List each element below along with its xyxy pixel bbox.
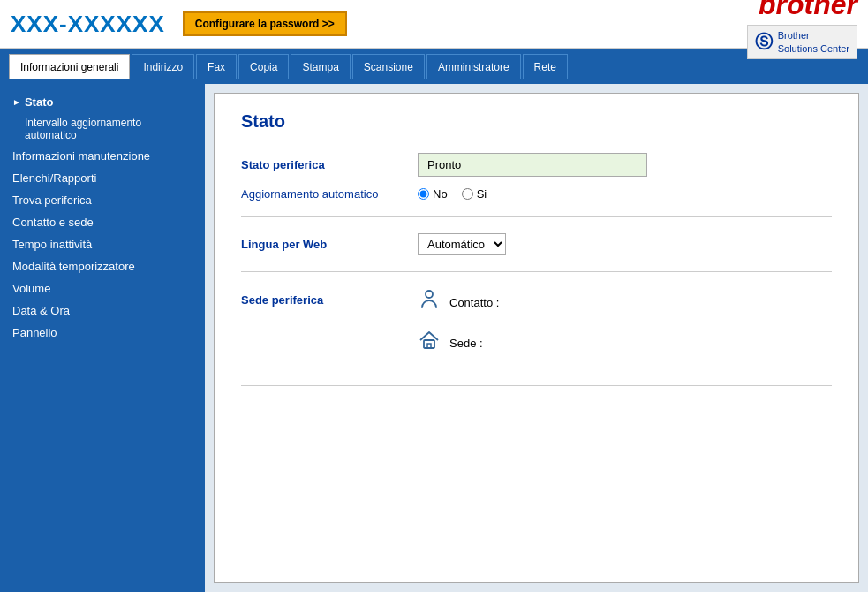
header: XXX-XXXXXX Configurare la password >> br… [0, 0, 868, 49]
aggiornamento-row: Aggiornamento automatico No Si [241, 187, 832, 201]
sidebar-item-trova-periferica[interactable]: Trova periferica [0, 189, 205, 211]
home-icon [418, 329, 441, 357]
arrow-icon: ► [12, 97, 21, 107]
sidebar-item-modalita-temporizzatore[interactable]: Modalità temporizzatore [0, 255, 205, 277]
radio-si-label: Si [477, 187, 487, 201]
tab-stampa[interactable]: Stampa [291, 54, 350, 79]
device-name: XXX-XXXXXX [11, 11, 165, 38]
divider-1 [241, 216, 832, 217]
stato-periferica-value-wrapper [418, 153, 832, 177]
sidebar-item-tempo-inattivita[interactable]: Tempo inattività [0, 233, 205, 255]
sede-field-row: Sede : [418, 329, 832, 357]
page-title: Stato [241, 111, 832, 139]
brother-logo-area: brother Ⓢ Brother Solutions Center [747, 0, 857, 59]
sidebar-item-data-ora[interactable]: Data & Ora [0, 300, 205, 322]
radio-no-input[interactable] [418, 188, 429, 200]
sidebar-item-elenchi-rapporti[interactable]: Elenchi/Rapporti [0, 167, 205, 189]
sidebar-volume-label: Volume [12, 282, 50, 295]
sidebar-elenchi-label: Elenchi/Rapporti [12, 171, 96, 185]
solutions-center-s-icon: Ⓢ [755, 30, 773, 54]
person-icon [418, 288, 441, 316]
sede-periferica-label: Sede periferica [241, 293, 418, 307]
radio-si-input[interactable] [462, 188, 473, 200]
sidebar-trova-label: Trova periferica [12, 194, 92, 207]
nav-tabs: Informazioni generali Indirizzo Fax Copi… [0, 49, 868, 79]
svg-point-0 [426, 291, 433, 298]
solutions-center-label: Brother Solutions Center [778, 29, 849, 55]
svg-rect-2 [427, 344, 431, 348]
sidebar-pannello-label: Pannello [12, 326, 57, 339]
lingua-row: Lingua per Web AutomáticoItalianoEnglish… [241, 233, 832, 255]
aggiornamento-value: No Si [418, 187, 832, 201]
aggiornamento-label: Aggiornamento automatico [241, 187, 418, 201]
radio-no-label: No [433, 187, 448, 201]
sidebar-item-volume[interactable]: Volume [0, 277, 205, 300]
tab-amministratore[interactable]: Amministratore [426, 54, 521, 79]
stato-periferica-label: Stato periferica [241, 158, 418, 171]
contatto-label: Contatto : [449, 296, 499, 309]
divider-3 [241, 385, 832, 386]
sidebar-item-pannello[interactable]: Pannello [0, 322, 205, 344]
sede-field-label: Sede : [449, 337, 483, 350]
sidebar-tempo-label: Tempo inattività [12, 238, 92, 251]
sidebar-item-stato[interactable]: ► Stato [0, 91, 205, 113]
tab-copia[interactable]: Copia [238, 54, 289, 79]
main-layout: ► Stato Intervallo aggiornamento automat… [0, 84, 868, 592]
radio-si-option[interactable]: Si [462, 187, 487, 201]
sidebar-item-contatto-sede[interactable]: Contatto e sede [0, 211, 205, 233]
tab-rete[interactable]: Rete [523, 54, 568, 79]
tab-informazioni-generali[interactable]: Informazioni generali [9, 54, 130, 79]
content-area: Stato Stato periferica Aggiornamento aut… [205, 84, 868, 592]
radio-group: No Si [418, 187, 832, 201]
contatto-row: Contatto : [418, 288, 832, 316]
brother-logo-text: brother [759, 0, 857, 21]
sidebar-item-intervallo[interactable]: Intervallo aggiornamento automatico [0, 113, 205, 145]
stato-periferica-input[interactable] [418, 153, 647, 177]
sidebar-item-informazioni-manutenzione[interactable]: Informazioni manutenzione [0, 145, 205, 167]
sede-periferica-fields: Contatto : Sede : [418, 288, 832, 369]
content-inner: Stato Stato periferica Aggiornamento aut… [214, 93, 859, 583]
sidebar-contatto-label: Contatto e sede [12, 216, 94, 229]
sidebar: ► Stato Intervallo aggiornamento automat… [0, 84, 205, 592]
solutions-center-button[interactable]: Ⓢ Brother Solutions Center [747, 25, 857, 59]
sidebar-intervallo-label: Intervallo aggiornamento automatico [25, 117, 141, 141]
lingua-select[interactable]: AutomáticoItalianoEnglishEspañolFrançais… [418, 233, 506, 255]
sidebar-modalita-label: Modalità temporizzatore [12, 260, 135, 273]
lingua-value: AutomáticoItalianoEnglishEspañolFrançais… [418, 233, 832, 255]
tab-fax[interactable]: Fax [196, 54, 237, 79]
sidebar-stato-label: Stato [25, 95, 54, 109]
sidebar-data-label: Data & Ora [12, 304, 70, 317]
sede-periferica-row: Sede periferica Contatto : [241, 288, 832, 369]
sidebar-informazioni-label: Informazioni manutenzione [12, 149, 150, 163]
tab-indirizzo[interactable]: Indirizzo [132, 54, 194, 79]
tab-scansione[interactable]: Scansione [352, 54, 425, 79]
lingua-label: Lingua per Web [241, 238, 418, 251]
divider-2 [241, 271, 832, 272]
stato-periferica-row: Stato periferica [241, 153, 832, 177]
radio-no-option[interactable]: No [418, 187, 448, 201]
config-password-button[interactable]: Configurare la password >> [183, 11, 347, 36]
